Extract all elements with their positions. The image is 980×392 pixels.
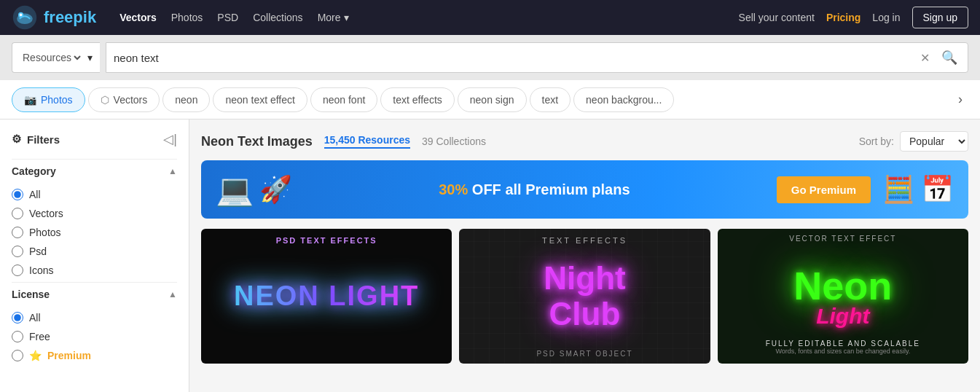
license-options: All Free ⭐ Premium bbox=[12, 306, 177, 367]
filter-tab-neon-text-effect[interactable]: neon text effect bbox=[213, 87, 307, 112]
card-3-bottom: FULLY EDITABLE AND SCALABLE Words, fonts… bbox=[766, 340, 920, 355]
card-3-bottom-title: FULLY EDITABLE AND SCALABLE bbox=[766, 340, 920, 348]
category-photos-radio[interactable] bbox=[12, 227, 23, 238]
license-all[interactable]: All bbox=[12, 312, 177, 324]
image-card-2[interactable]: TEXT EFFECTS Night Club PSD SMART OBJECT bbox=[459, 229, 710, 364]
logo-text: freepik bbox=[44, 8, 96, 27]
search-input-wrapper: ✕ 🔍 bbox=[106, 42, 968, 73]
category-all-radio[interactable] bbox=[12, 189, 23, 200]
category-section-header[interactable]: Category ▲ bbox=[12, 159, 177, 183]
neon-text-effect-tab-label: neon text effect bbox=[225, 94, 294, 106]
resource-type-select[interactable]: Resources Photos Vectors PSD bbox=[20, 51, 83, 64]
license-free-radio[interactable] bbox=[12, 331, 23, 342]
license-section-header[interactable]: License ▲ bbox=[12, 282, 177, 306]
select-chevron-icon: ▾ bbox=[87, 52, 93, 63]
card-1-tag-text: TEXT EFFECTS bbox=[300, 236, 377, 245]
vectors-tab-icon: ⬡ bbox=[101, 94, 109, 106]
nav-more-label: More bbox=[318, 12, 341, 23]
svg-point-3 bbox=[20, 14, 23, 17]
promo-calculator-icon: 🧮 bbox=[882, 174, 915, 205]
content-area: Neon Text Images 15,450 Resources 39 Col… bbox=[189, 119, 980, 392]
nav-photos[interactable]: Photos bbox=[171, 12, 203, 23]
license-free[interactable]: Free bbox=[12, 331, 177, 342]
category-psd-label: Psd bbox=[29, 246, 47, 257]
category-options: All Vectors Photos Psd Icons bbox=[12, 183, 177, 282]
promo-banner: 💻 🚀 30% OFF all Premium plans Go Premium… bbox=[201, 160, 968, 219]
promo-left-illustrations: 💻 🚀 bbox=[216, 172, 292, 208]
neon-background-tab-label: neon backgrou... bbox=[586, 94, 662, 106]
filter-tab-neon-font[interactable]: neon font bbox=[310, 87, 377, 112]
results-collections[interactable]: 39 Collections bbox=[422, 136, 486, 147]
filter-tab-neon-sign[interactable]: neon sign bbox=[458, 87, 527, 112]
category-psd[interactable]: Psd bbox=[12, 246, 177, 257]
text-tab-label: text bbox=[542, 94, 559, 106]
card-3-neon-sub: Light bbox=[816, 305, 869, 327]
filter-tab-text[interactable]: text bbox=[530, 87, 571, 112]
card-1-tag: PSD TEXT EFFECTS bbox=[201, 236, 452, 245]
license-premium[interactable]: ⭐ Premium bbox=[12, 350, 177, 361]
promo-discount: 30% bbox=[439, 181, 468, 197]
license-all-label: All bbox=[29, 312, 41, 324]
card-2-bottom-tag: PSD SMART OBJECT bbox=[459, 350, 710, 358]
sort-label: Sort by: bbox=[859, 136, 894, 147]
pricing-link[interactable]: Pricing bbox=[826, 12, 861, 23]
category-photos[interactable]: Photos bbox=[12, 227, 177, 238]
category-vectors[interactable]: Vectors bbox=[12, 208, 177, 219]
sort-select[interactable]: Popular Recent Relevant bbox=[900, 131, 968, 152]
category-vectors-label: Vectors bbox=[29, 208, 63, 219]
sidebar: ⚙ Filters ◁| Category ▲ All Vectors Phot… bbox=[0, 119, 189, 392]
go-premium-button[interactable]: Go Premium bbox=[777, 176, 871, 203]
search-button[interactable]: 🔍 bbox=[938, 50, 960, 66]
login-link[interactable]: Log in bbox=[872, 12, 900, 23]
category-photos-label: Photos bbox=[29, 227, 61, 238]
filter-tab-neon[interactable]: neon bbox=[162, 87, 210, 112]
category-icons-radio[interactable] bbox=[12, 264, 23, 276]
filter-tabs-next-arrow[interactable]: › bbox=[952, 89, 968, 110]
image-card-3[interactable]: VECTOR TEXT EFFECT Neon Light FULLY EDIT… bbox=[718, 229, 968, 364]
top-nav: freepik Vectors Photos PSD Collections M… bbox=[0, 0, 980, 35]
license-all-radio[interactable] bbox=[12, 312, 23, 324]
category-all[interactable]: All bbox=[12, 189, 177, 200]
category-vectors-radio[interactable] bbox=[12, 208, 23, 219]
sell-content-link[interactable]: Sell your content bbox=[739, 12, 815, 23]
search-input[interactable] bbox=[114, 52, 912, 64]
logo[interactable]: freepik bbox=[12, 4, 96, 31]
filter-tab-neon-background[interactable]: neon backgrou... bbox=[573, 87, 674, 112]
license-free-label: Free bbox=[29, 331, 50, 342]
promo-rocket-icon: 🚀 bbox=[259, 174, 292, 205]
category-collapse-icon: ▲ bbox=[168, 166, 177, 176]
collapse-sidebar-button[interactable]: ◁| bbox=[163, 131, 177, 147]
results-count[interactable]: 15,450 Resources bbox=[324, 134, 410, 149]
promo-calendar-icon: 📅 bbox=[921, 174, 954, 205]
nav-more[interactable]: More ▾ bbox=[318, 12, 349, 23]
license-premium-radio[interactable] bbox=[12, 350, 23, 361]
category-icons-label: Icons bbox=[29, 264, 53, 276]
promo-full-text: OFF all Premium plans bbox=[472, 181, 630, 197]
filter-tab-vectors[interactable]: ⬡ Vectors bbox=[88, 87, 160, 112]
vectors-tab-label: Vectors bbox=[114, 94, 148, 106]
nav-psd[interactable]: PSD bbox=[217, 12, 238, 23]
card-1-tag-prefix: PSD bbox=[276, 236, 297, 245]
nav-collections[interactable]: Collections bbox=[253, 12, 302, 23]
card-1-neon-text: NEON LIGHT bbox=[234, 281, 419, 312]
filter-tab-photos[interactable]: 📷 Photos bbox=[12, 87, 85, 112]
main-layout: ⚙ Filters ◁| Category ▲ All Vectors Phot… bbox=[0, 119, 980, 392]
neon-sign-tab-label: neon sign bbox=[470, 94, 514, 106]
image-card-1[interactable]: PSD TEXT EFFECTS NEON LIGHT bbox=[201, 229, 452, 364]
clear-search-button[interactable]: ✕ bbox=[917, 51, 933, 65]
text-effects-tab-label: text effects bbox=[393, 94, 442, 106]
category-title: Category bbox=[12, 165, 56, 177]
category-psd-radio[interactable] bbox=[12, 246, 23, 257]
card-2-neon-text: Night Club bbox=[544, 261, 625, 332]
resource-type-selector[interactable]: Resources Photos Vectors PSD ▾ bbox=[12, 42, 100, 73]
category-all-label: All bbox=[29, 189, 41, 200]
nav-vectors[interactable]: Vectors bbox=[119, 12, 157, 23]
filter-tabs: 📷 Photos ⬡ Vectors neon neon text effect… bbox=[0, 80, 980, 119]
card-3-tag: VECTOR TEXT EFFECT bbox=[718, 235, 968, 243]
signup-button[interactable]: Sign up bbox=[912, 7, 968, 28]
category-icons[interactable]: Icons bbox=[12, 264, 177, 276]
filter-tab-text-effects[interactable]: text effects bbox=[380, 87, 454, 112]
card-2-neon-line2: Club bbox=[544, 297, 625, 332]
filters-title: ⚙ Filters bbox=[12, 133, 60, 146]
results-header: Neon Text Images 15,450 Resources 39 Col… bbox=[201, 131, 968, 152]
